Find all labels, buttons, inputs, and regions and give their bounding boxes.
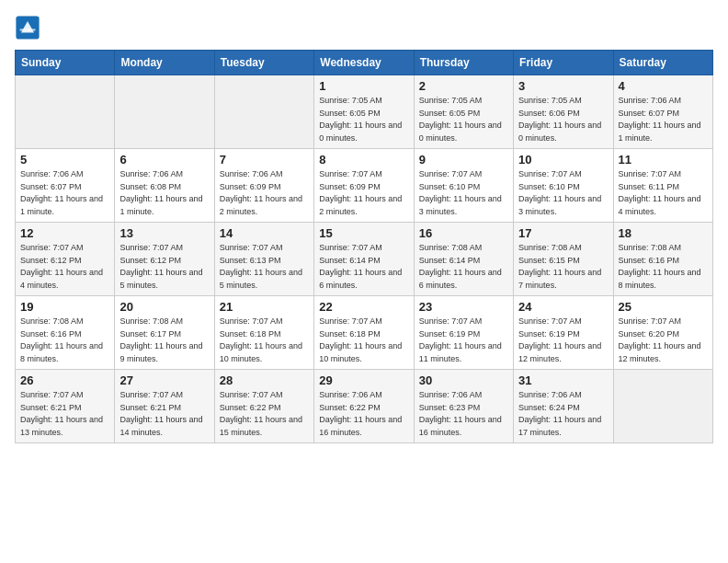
day-header-tuesday: Tuesday	[214, 51, 313, 75]
day-number: 7	[220, 153, 309, 167]
day-number: 26	[20, 373, 109, 387]
day-info: Sunrise: 7:07 AMSunset: 6:20 PMDaylight:…	[619, 316, 708, 365]
calendar-cell: 4Sunrise: 7:06 AMSunset: 6:07 PMDaylight…	[613, 75, 712, 149]
calendar-cell: 16Sunrise: 7:08 AMSunset: 6:14 PMDayligh…	[414, 223, 513, 296]
day-number: 23	[419, 300, 508, 314]
day-number: 14	[220, 226, 309, 240]
day-info: Sunrise: 7:06 AMSunset: 6:08 PMDaylight:…	[119, 168, 209, 218]
logo-icon	[15, 15, 40, 40]
calendar-cell: 29Sunrise: 7:06 AMSunset: 6:22 PMDayligh…	[314, 370, 414, 443]
calendar-cell: 20Sunrise: 7:08 AMSunset: 6:17 PMDayligh…	[115, 296, 214, 370]
day-info: Sunrise: 7:05 AMSunset: 6:05 PMDaylight:…	[319, 95, 408, 144]
calendar-week-2: 5Sunrise: 7:06 AMSunset: 6:07 PMDaylight…	[16, 149, 713, 223]
day-number: 31	[518, 373, 608, 387]
day-number: 11	[619, 153, 708, 167]
calendar-week-5: 26Sunrise: 7:07 AMSunset: 6:21 PMDayligh…	[16, 370, 713, 443]
calendar-cell: 23Sunrise: 7:07 AMSunset: 6:19 PMDayligh…	[414, 296, 513, 370]
calendar-cell: 13Sunrise: 7:07 AMSunset: 6:12 PMDayligh…	[115, 223, 214, 296]
day-number: 4	[619, 79, 708, 93]
calendar-cell: 1Sunrise: 7:05 AMSunset: 6:05 PMDaylight…	[314, 75, 414, 149]
calendar-cell: 21Sunrise: 7:07 AMSunset: 6:18 PMDayligh…	[214, 296, 313, 370]
calendar-cell: 7Sunrise: 7:06 AMSunset: 6:09 PMDaylight…	[214, 149, 313, 223]
day-number: 22	[319, 300, 408, 314]
calendar-cell: 30Sunrise: 7:06 AMSunset: 6:23 PMDayligh…	[414, 370, 513, 443]
calendar-cell: 31Sunrise: 7:06 AMSunset: 6:24 PMDayligh…	[514, 370, 613, 443]
calendar-cell: 3Sunrise: 7:05 AMSunset: 6:06 PMDaylight…	[514, 75, 613, 149]
logo	[15, 15, 44, 40]
calendar-cell: 28Sunrise: 7:07 AMSunset: 6:22 PMDayligh…	[214, 370, 313, 443]
day-number: 24	[518, 300, 608, 314]
calendar-cell: 17Sunrise: 7:08 AMSunset: 6:15 PMDayligh…	[514, 223, 613, 296]
day-number: 13	[119, 226, 209, 240]
day-info: Sunrise: 7:06 AMSunset: 6:24 PMDaylight:…	[518, 389, 608, 439]
page-header	[15, 15, 713, 40]
calendar-week-1: 1Sunrise: 7:05 AMSunset: 6:05 PMDaylight…	[16, 75, 713, 149]
day-info: Sunrise: 7:08 AMSunset: 6:14 PMDaylight:…	[419, 242, 508, 292]
day-header-friday: Friday	[514, 51, 613, 75]
day-info: Sunrise: 7:06 AMSunset: 6:09 PMDaylight:…	[220, 168, 309, 218]
day-info: Sunrise: 7:08 AMSunset: 6:15 PMDaylight:…	[518, 242, 608, 292]
day-info: Sunrise: 7:05 AMSunset: 6:05 PMDaylight:…	[419, 95, 508, 144]
calendar-cell	[214, 75, 313, 149]
calendar-cell: 15Sunrise: 7:07 AMSunset: 6:14 PMDayligh…	[314, 223, 414, 296]
calendar-cell: 19Sunrise: 7:08 AMSunset: 6:16 PMDayligh…	[16, 296, 115, 370]
day-info: Sunrise: 7:07 AMSunset: 6:09 PMDaylight:…	[319, 168, 408, 218]
calendar-cell: 27Sunrise: 7:07 AMSunset: 6:21 PMDayligh…	[115, 370, 214, 443]
day-number: 29	[319, 373, 408, 387]
day-info: Sunrise: 7:06 AMSunset: 6:07 PMDaylight:…	[20, 168, 109, 218]
day-number: 12	[20, 226, 109, 240]
day-number: 9	[419, 153, 508, 167]
calendar-cell: 12Sunrise: 7:07 AMSunset: 6:12 PMDayligh…	[16, 223, 115, 296]
calendar-cell: 10Sunrise: 7:07 AMSunset: 6:10 PMDayligh…	[514, 149, 613, 223]
day-number: 21	[220, 300, 309, 314]
day-header-thursday: Thursday	[414, 51, 513, 75]
day-number: 19	[20, 300, 109, 314]
day-info: Sunrise: 7:07 AMSunset: 6:19 PMDaylight:…	[419, 316, 508, 365]
calendar-cell	[115, 75, 214, 149]
calendar-week-4: 19Sunrise: 7:08 AMSunset: 6:16 PMDayligh…	[16, 296, 713, 370]
calendar-cell: 26Sunrise: 7:07 AMSunset: 6:21 PMDayligh…	[16, 370, 115, 443]
day-info: Sunrise: 7:07 AMSunset: 6:12 PMDaylight:…	[119, 242, 209, 292]
day-header-saturday: Saturday	[613, 51, 712, 75]
day-info: Sunrise: 7:08 AMSunset: 6:17 PMDaylight:…	[119, 316, 209, 365]
calendar-cell: 11Sunrise: 7:07 AMSunset: 6:11 PMDayligh…	[613, 149, 712, 223]
day-info: Sunrise: 7:07 AMSunset: 6:10 PMDaylight:…	[518, 168, 608, 218]
calendar-cell: 18Sunrise: 7:08 AMSunset: 6:16 PMDayligh…	[613, 223, 712, 296]
day-number: 2	[419, 79, 508, 93]
day-info: Sunrise: 7:07 AMSunset: 6:21 PMDaylight:…	[20, 389, 109, 439]
calendar-cell: 22Sunrise: 7:07 AMSunset: 6:18 PMDayligh…	[314, 296, 414, 370]
calendar-cell: 25Sunrise: 7:07 AMSunset: 6:20 PMDayligh…	[613, 296, 712, 370]
day-number: 18	[619, 226, 708, 240]
day-info: Sunrise: 7:07 AMSunset: 6:21 PMDaylight:…	[119, 389, 209, 439]
day-info: Sunrise: 7:07 AMSunset: 6:22 PMDaylight:…	[220, 389, 309, 439]
day-number: 27	[119, 373, 209, 387]
day-number: 17	[518, 226, 608, 240]
day-info: Sunrise: 7:07 AMSunset: 6:10 PMDaylight:…	[419, 168, 508, 218]
svg-rect-2	[20, 29, 36, 30]
day-number: 10	[518, 153, 608, 167]
day-header-wednesday: Wednesday	[314, 51, 414, 75]
day-number: 20	[119, 300, 209, 314]
day-info: Sunrise: 7:08 AMSunset: 6:16 PMDaylight:…	[619, 242, 708, 292]
day-info: Sunrise: 7:07 AMSunset: 6:11 PMDaylight:…	[619, 168, 708, 218]
day-number: 15	[319, 226, 408, 240]
day-header-sunday: Sunday	[16, 51, 115, 75]
calendar-cell	[16, 75, 115, 149]
day-info: Sunrise: 7:07 AMSunset: 6:19 PMDaylight:…	[518, 316, 608, 365]
day-header-monday: Monday	[115, 51, 214, 75]
day-number: 3	[518, 79, 608, 93]
day-info: Sunrise: 7:07 AMSunset: 6:12 PMDaylight:…	[20, 242, 109, 292]
day-info: Sunrise: 7:07 AMSunset: 6:18 PMDaylight:…	[319, 316, 408, 365]
day-number: 28	[220, 373, 309, 387]
calendar-week-3: 12Sunrise: 7:07 AMSunset: 6:12 PMDayligh…	[16, 223, 713, 296]
calendar-cell: 6Sunrise: 7:06 AMSunset: 6:08 PMDaylight…	[115, 149, 214, 223]
day-number: 25	[619, 300, 708, 314]
day-info: Sunrise: 7:07 AMSunset: 6:18 PMDaylight:…	[220, 316, 309, 365]
calendar-cell	[613, 370, 712, 443]
calendar-cell: 9Sunrise: 7:07 AMSunset: 6:10 PMDaylight…	[414, 149, 513, 223]
calendar-table: SundayMondayTuesdayWednesdayThursdayFrid…	[15, 50, 713, 443]
calendar-cell: 8Sunrise: 7:07 AMSunset: 6:09 PMDaylight…	[314, 149, 414, 223]
calendar-cell: 24Sunrise: 7:07 AMSunset: 6:19 PMDayligh…	[514, 296, 613, 370]
calendar-cell: 14Sunrise: 7:07 AMSunset: 6:13 PMDayligh…	[214, 223, 313, 296]
day-number: 1	[319, 79, 408, 93]
